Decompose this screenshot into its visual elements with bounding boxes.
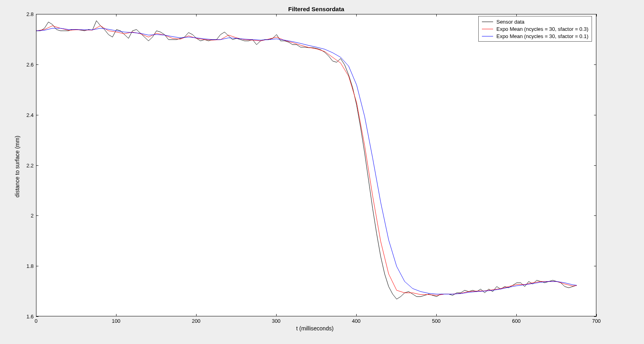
x-tick-mark: [516, 314, 517, 316]
plot-area[interactable]: [36, 14, 597, 317]
x-tick-label: 700: [592, 318, 601, 324]
x-tick-mark: [196, 14, 197, 16]
x-tick-mark: [196, 314, 197, 316]
legend-label: Expo Mean (ncycles = 30, sfactor = 0.3): [496, 26, 588, 32]
axes[interactable]: Filtered Sensordata: [36, 14, 596, 316]
y-axis-label: distance to surface (mm): [14, 135, 20, 197]
y-tick-label: 2.8: [23, 11, 34, 17]
legend[interactable]: Sensor dataExpo Mean (ncycles = 30, sfac…: [478, 16, 592, 42]
x-tick-mark: [116, 14, 116, 16]
legend-entry[interactable]: Expo Mean (ncycles = 30, sfactor = 0.3): [482, 25, 588, 32]
x-tick-mark: [276, 14, 277, 16]
y-tick-mark: [594, 316, 596, 317]
y-tick-mark: [36, 115, 38, 115]
x-tick-label: 600: [512, 318, 521, 324]
x-tick-mark: [596, 14, 597, 16]
y-tick-label: 2.2: [23, 162, 34, 168]
x-tick-mark: [356, 14, 357, 16]
x-tick-mark: [436, 314, 437, 316]
x-tick-mark: [436, 14, 437, 16]
x-tick-mark: [516, 14, 517, 16]
y-tick-mark: [36, 215, 38, 216]
y-tick-label: 1.6: [23, 314, 34, 320]
y-tick-mark: [36, 64, 38, 65]
legend-entry[interactable]: Expo Mean (ncycles = 30, sfactor = 0.1): [482, 32, 588, 40]
y-tick-label: 1.8: [23, 263, 34, 269]
y-tick-label: 2: [23, 213, 34, 219]
x-tick-label: 500: [432, 318, 441, 324]
y-tick-mark: [36, 14, 38, 14]
legend-swatch-icon: [482, 36, 493, 36]
x-tick-label: 200: [192, 318, 201, 324]
y-tick-mark: [594, 115, 596, 115]
y-tick-mark: [36, 165, 38, 166]
chart-title: Filtered Sensordata: [36, 6, 596, 12]
y-tick-mark: [594, 14, 596, 14]
x-tick-label: 0: [34, 318, 37, 324]
y-tick-mark: [594, 266, 596, 266]
y-tick-label: 2.4: [23, 112, 34, 118]
x-tick-mark: [356, 314, 357, 316]
legend-label: Sensor data: [496, 19, 524, 25]
y-tick-mark: [594, 215, 596, 216]
x-axis-label: t (milliseconds): [296, 325, 333, 332]
y-tick-mark: [594, 64, 596, 65]
legend-entry[interactable]: Sensor data: [482, 18, 588, 25]
x-tick-label: 100: [112, 318, 120, 324]
series-line-2: [36, 28, 577, 294]
series-line-1: [36, 26, 577, 295]
y-tick-mark: [594, 165, 596, 166]
y-tick-label: 2.6: [23, 61, 34, 67]
x-tick-mark: [596, 314, 597, 316]
figure-window: Filtered Sensordata Sensor dataExpo Mean…: [0, 0, 644, 344]
y-tick-mark: [36, 266, 38, 266]
x-tick-mark: [116, 314, 116, 316]
x-tick-mark: [276, 314, 277, 316]
x-tick-label: 300: [272, 318, 281, 324]
y-tick-mark: [36, 316, 38, 317]
legend-swatch-icon: [482, 29, 493, 29]
legend-label: Expo Mean (ncycles = 30, sfactor = 0.1): [496, 33, 588, 39]
series-line-0: [36, 21, 577, 299]
legend-swatch-icon: [482, 22, 493, 22]
x-tick-label: 400: [352, 318, 361, 324]
